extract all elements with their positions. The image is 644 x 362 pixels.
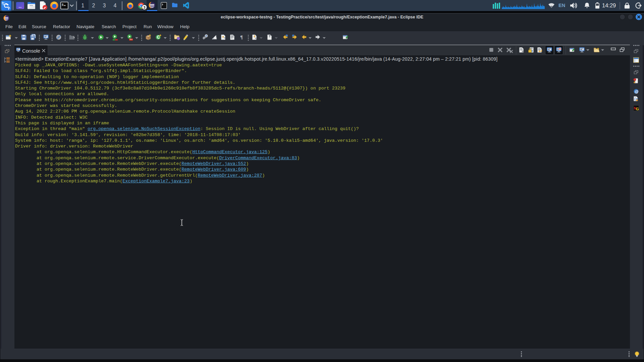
svg-text:G: G [636, 107, 639, 111]
svg-text:¶: ¶ [240, 35, 243, 40]
svg-text:$: $ [62, 3, 64, 7]
svg-text:C: C [157, 35, 160, 40]
svg-text:3: 3 [143, 5, 145, 9]
svg-text:@: @ [635, 89, 638, 94]
